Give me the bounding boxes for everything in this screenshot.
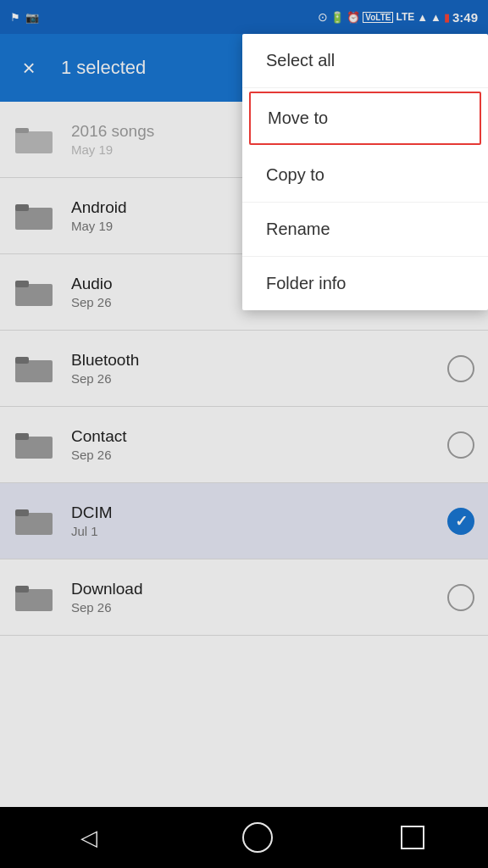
menu-item-move-to[interactable]: Move to — [249, 92, 481, 145]
menu-item-folder-info[interactable]: Folder info — [242, 257, 488, 310]
menu-item-select-all[interactable]: Select all — [242, 34, 488, 88]
menu-item-copy-to[interactable]: Copy to — [242, 148, 488, 203]
dropdown-menu: Select all Move to Copy to Rename Folder… — [242, 34, 488, 310]
menu-item-rename[interactable]: Rename — [242, 203, 488, 257]
